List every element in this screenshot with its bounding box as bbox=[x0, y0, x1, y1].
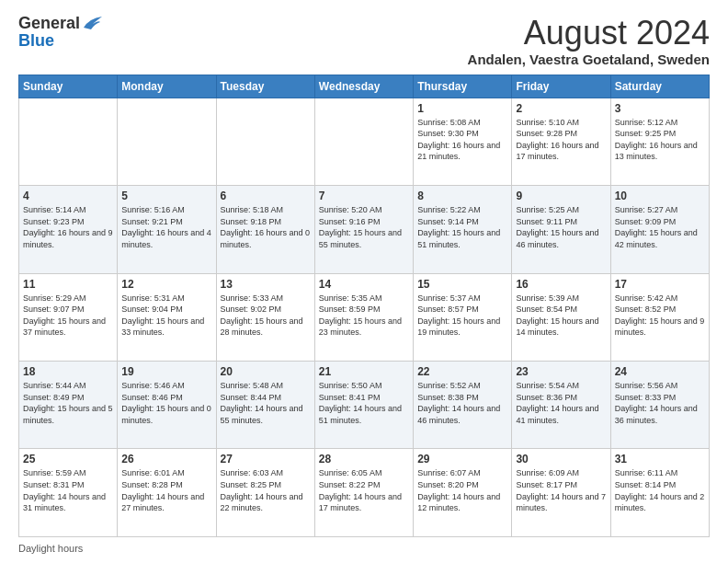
day-number: 18 bbox=[23, 365, 113, 378]
day-info: Sunrise: 5:22 AM Sunset: 9:14 PM Dayligh… bbox=[417, 204, 507, 250]
day-info: Sunrise: 5:42 AM Sunset: 8:52 PM Dayligh… bbox=[615, 293, 705, 339]
calendar-cell: 5Sunrise: 5:16 AM Sunset: 9:21 PM Daylig… bbox=[118, 186, 216, 273]
calendar-cell: 16Sunrise: 5:39 AM Sunset: 8:54 PM Dayli… bbox=[512, 273, 610, 361]
day-info: Sunrise: 6:11 AM Sunset: 8:14 PM Dayligh… bbox=[615, 467, 705, 513]
calendar-cell: 24Sunrise: 5:56 AM Sunset: 8:33 PM Dayli… bbox=[610, 362, 709, 449]
calendar-cell: 11Sunrise: 5:29 AM Sunset: 9:07 PM Dayli… bbox=[19, 273, 118, 361]
day-info: Sunrise: 5:46 AM Sunset: 8:46 PM Dayligh… bbox=[121, 380, 211, 426]
day-number: 31 bbox=[615, 453, 705, 465]
logo-bird-icon bbox=[82, 15, 102, 31]
day-number: 16 bbox=[516, 278, 606, 291]
calendar-cell: 25Sunrise: 5:59 AM Sunset: 8:31 PM Dayli… bbox=[19, 449, 118, 537]
day-info: Sunrise: 5:08 AM Sunset: 9:30 PM Dayligh… bbox=[417, 117, 507, 163]
calendar-cell: 29Sunrise: 6:07 AM Sunset: 8:20 PM Dayli… bbox=[414, 449, 512, 537]
calendar-week-2: 4Sunrise: 5:14 AM Sunset: 9:23 PM Daylig… bbox=[19, 186, 710, 273]
day-number: 27 bbox=[221, 453, 311, 465]
calendar-cell: 7Sunrise: 5:20 AM Sunset: 9:16 PM Daylig… bbox=[314, 186, 413, 273]
day-info: Sunrise: 5:50 AM Sunset: 8:41 PM Dayligh… bbox=[319, 380, 409, 426]
footer: Daylight hours bbox=[18, 543, 710, 554]
day-info: Sunrise: 5:37 AM Sunset: 8:57 PM Dayligh… bbox=[417, 293, 507, 339]
col-sunday: Sunday bbox=[19, 75, 118, 98]
title-area: August 2024 Andalen, Vaestra Goetaland, … bbox=[468, 15, 710, 67]
day-number: 20 bbox=[221, 365, 311, 378]
day-number: 26 bbox=[121, 453, 211, 465]
logo-general: General bbox=[18, 15, 80, 31]
calendar-week-4: 18Sunrise: 5:44 AM Sunset: 8:49 PM Dayli… bbox=[19, 362, 710, 449]
calendar-cell: 3Sunrise: 5:12 AM Sunset: 9:25 PM Daylig… bbox=[610, 98, 709, 185]
calendar-cell: 22Sunrise: 5:52 AM Sunset: 8:38 PM Dayli… bbox=[414, 362, 512, 449]
day-number: 14 bbox=[319, 278, 409, 291]
day-info: Sunrise: 5:44 AM Sunset: 8:49 PM Dayligh… bbox=[23, 380, 113, 426]
calendar-table: Sunday Monday Tuesday Wednesday Thursday… bbox=[18, 75, 710, 537]
calendar-cell bbox=[314, 98, 413, 185]
calendar-cell: 28Sunrise: 6:05 AM Sunset: 8:22 PM Dayli… bbox=[314, 449, 413, 537]
calendar-cell bbox=[216, 98, 314, 185]
subtitle: Andalen, Vaestra Goetaland, Sweden bbox=[468, 52, 710, 67]
col-monday: Monday bbox=[118, 75, 216, 98]
day-info: Sunrise: 5:25 AM Sunset: 9:11 PM Dayligh… bbox=[516, 204, 606, 250]
day-number: 24 bbox=[615, 365, 705, 378]
main-title: August 2024 bbox=[468, 15, 710, 52]
day-info: Sunrise: 5:31 AM Sunset: 9:04 PM Dayligh… bbox=[121, 293, 211, 339]
day-info: Sunrise: 5:48 AM Sunset: 8:44 PM Dayligh… bbox=[221, 380, 311, 426]
day-number: 7 bbox=[319, 190, 409, 202]
day-number: 15 bbox=[417, 278, 507, 291]
calendar-cell: 13Sunrise: 5:33 AM Sunset: 9:02 PM Dayli… bbox=[216, 273, 314, 361]
day-number: 10 bbox=[615, 190, 705, 202]
calendar-cell: 4Sunrise: 5:14 AM Sunset: 9:23 PM Daylig… bbox=[19, 186, 118, 273]
day-number: 8 bbox=[417, 190, 507, 202]
day-info: Sunrise: 5:59 AM Sunset: 8:31 PM Dayligh… bbox=[23, 467, 113, 513]
col-saturday: Saturday bbox=[610, 75, 709, 98]
day-info: Sunrise: 6:07 AM Sunset: 8:20 PM Dayligh… bbox=[417, 467, 507, 513]
calendar-cell: 19Sunrise: 5:46 AM Sunset: 8:46 PM Dayli… bbox=[118, 362, 216, 449]
day-info: Sunrise: 5:35 AM Sunset: 8:59 PM Dayligh… bbox=[319, 293, 409, 339]
calendar-cell: 31Sunrise: 6:11 AM Sunset: 8:14 PM Dayli… bbox=[610, 449, 709, 537]
day-number: 1 bbox=[417, 102, 507, 115]
calendar-header: Sunday Monday Tuesday Wednesday Thursday… bbox=[19, 75, 710, 98]
page: General Blue August 2024 Andalen, Vaestr… bbox=[0, 0, 728, 563]
calendar-body: 1Sunrise: 5:08 AM Sunset: 9:30 PM Daylig… bbox=[19, 98, 710, 536]
day-info: Sunrise: 5:56 AM Sunset: 8:33 PM Dayligh… bbox=[615, 380, 705, 426]
calendar-cell: 30Sunrise: 6:09 AM Sunset: 8:17 PM Dayli… bbox=[512, 449, 610, 537]
calendar-cell: 15Sunrise: 5:37 AM Sunset: 8:57 PM Dayli… bbox=[414, 273, 512, 361]
col-thursday: Thursday bbox=[414, 75, 512, 98]
day-info: Sunrise: 5:12 AM Sunset: 9:25 PM Dayligh… bbox=[615, 117, 705, 163]
day-number: 4 bbox=[23, 190, 113, 202]
calendar-cell: 9Sunrise: 5:25 AM Sunset: 9:11 PM Daylig… bbox=[512, 186, 610, 273]
day-number: 6 bbox=[221, 190, 311, 202]
calendar-cell: 6Sunrise: 5:18 AM Sunset: 9:18 PM Daylig… bbox=[216, 186, 314, 273]
logo: General Blue bbox=[18, 15, 102, 51]
day-number: 17 bbox=[615, 278, 705, 291]
day-info: Sunrise: 5:54 AM Sunset: 8:36 PM Dayligh… bbox=[516, 380, 606, 426]
calendar-cell bbox=[118, 98, 216, 185]
col-tuesday: Tuesday bbox=[216, 75, 314, 98]
col-wednesday: Wednesday bbox=[314, 75, 413, 98]
calendar-week-1: 1Sunrise: 5:08 AM Sunset: 9:30 PM Daylig… bbox=[19, 98, 710, 185]
day-number: 30 bbox=[516, 453, 606, 465]
daylight-label: Daylight hours bbox=[18, 543, 83, 554]
calendar-cell: 14Sunrise: 5:35 AM Sunset: 8:59 PM Dayli… bbox=[314, 273, 413, 361]
calendar-cell: 18Sunrise: 5:44 AM Sunset: 8:49 PM Dayli… bbox=[19, 362, 118, 449]
day-number: 5 bbox=[121, 190, 211, 202]
calendar-cell: 1Sunrise: 5:08 AM Sunset: 9:30 PM Daylig… bbox=[414, 98, 512, 185]
calendar-cell: 20Sunrise: 5:48 AM Sunset: 8:44 PM Dayli… bbox=[216, 362, 314, 449]
day-number: 29 bbox=[417, 453, 507, 465]
day-info: Sunrise: 6:01 AM Sunset: 8:28 PM Dayligh… bbox=[121, 467, 211, 513]
day-info: Sunrise: 5:18 AM Sunset: 9:18 PM Dayligh… bbox=[221, 204, 311, 250]
calendar-cell: 10Sunrise: 5:27 AM Sunset: 9:09 PM Dayli… bbox=[610, 186, 709, 273]
day-info: Sunrise: 5:10 AM Sunset: 9:28 PM Dayligh… bbox=[516, 117, 606, 163]
calendar-cell: 8Sunrise: 5:22 AM Sunset: 9:14 PM Daylig… bbox=[414, 186, 512, 273]
day-info: Sunrise: 5:52 AM Sunset: 8:38 PM Dayligh… bbox=[417, 380, 507, 426]
day-number: 3 bbox=[615, 102, 705, 115]
calendar-cell bbox=[19, 98, 118, 185]
calendar-cell: 26Sunrise: 6:01 AM Sunset: 8:28 PM Dayli… bbox=[118, 449, 216, 537]
calendar-cell: 2Sunrise: 5:10 AM Sunset: 9:28 PM Daylig… bbox=[512, 98, 610, 185]
header: General Blue August 2024 Andalen, Vaestr… bbox=[18, 15, 710, 67]
day-info: Sunrise: 5:20 AM Sunset: 9:16 PM Dayligh… bbox=[319, 204, 409, 250]
calendar-cell: 21Sunrise: 5:50 AM Sunset: 8:41 PM Dayli… bbox=[314, 362, 413, 449]
calendar-cell: 23Sunrise: 5:54 AM Sunset: 8:36 PM Dayli… bbox=[512, 362, 610, 449]
calendar-week-3: 11Sunrise: 5:29 AM Sunset: 9:07 PM Dayli… bbox=[19, 273, 710, 361]
calendar-cell: 27Sunrise: 6:03 AM Sunset: 8:25 PM Dayli… bbox=[216, 449, 314, 537]
day-info: Sunrise: 5:27 AM Sunset: 9:09 PM Dayligh… bbox=[615, 204, 705, 250]
logo-blue: Blue bbox=[18, 31, 54, 51]
